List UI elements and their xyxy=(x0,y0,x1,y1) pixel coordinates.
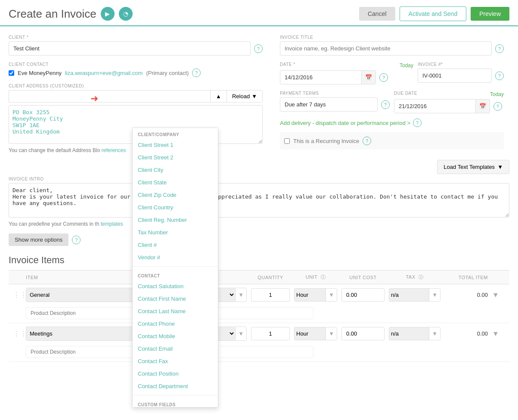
dropdown-item-contact-last-name[interactable]: Contact Last Name xyxy=(133,305,218,317)
contact-email[interactable]: liza.weaspurn+eve@gmail.com xyxy=(65,70,143,76)
recurring-checkbox[interactable] xyxy=(284,138,290,144)
invoice-items-section: Invoice Items ITEM QUANTITY UNIT ⓘ UNIT … xyxy=(9,255,509,362)
dropdown-item-client-street-2[interactable]: Client Street 2 xyxy=(133,151,218,164)
date-input[interactable] xyxy=(280,71,361,84)
preview-button[interactable]: Preview xyxy=(471,7,509,21)
items-table-header: ITEM QUANTITY UNIT ⓘ UNIT COST TAX ⓘ TOT… xyxy=(9,271,509,284)
item-expand-1[interactable]: ▼ xyxy=(492,291,505,299)
dropdown-section-header-contact: CONTACT xyxy=(133,269,218,280)
dropdown-item-contact-salutation[interactable]: Contact Salutation xyxy=(133,280,218,292)
dropdown-item-contact-department[interactable]: Contact Department xyxy=(133,380,218,392)
invoice-title-help-icon[interactable]: ? xyxy=(495,44,504,53)
tax-select-2[interactable]: n/a xyxy=(389,327,429,340)
dropdown-item-vendor-hash[interactable]: Vendor # xyxy=(133,251,218,264)
payment-terms-select[interactable]: Due after 7 days xyxy=(280,97,378,112)
dropdown-item-client-street-1[interactable]: Client Street 1 xyxy=(133,139,218,151)
qty-input-1[interactable] xyxy=(251,288,290,302)
invoice-intro-label: INVOICE INTRO xyxy=(9,177,509,181)
dropdown-item-client-reg[interactable]: Client Reg. Number xyxy=(133,214,218,226)
show-more-help-icon[interactable]: ? xyxy=(72,236,81,244)
invoice-num-help-icon[interactable]: ? xyxy=(495,72,504,80)
date-help-icon[interactable]: ? xyxy=(379,73,388,82)
load-text-templates-button[interactable]: Load Text Templates ▼ xyxy=(437,160,509,174)
dropdown-item-contact-mobile[interactable]: Contact Mobile xyxy=(133,330,218,342)
item-tax-1: n/a ▼ xyxy=(389,288,440,302)
drag-handle-2[interactable]: ⋮⋮ xyxy=(13,330,22,338)
due-date-help-icon[interactable]: ? xyxy=(493,102,502,111)
address-template-input[interactable] xyxy=(9,90,210,103)
dropdown-item-contact-fax[interactable]: Contact Fax xyxy=(133,355,218,367)
item-total-2: 0.00 xyxy=(445,330,488,337)
address-dropdown-button[interactable]: ▲ xyxy=(210,90,226,103)
payment-terms-label: PAYMENT TERMS xyxy=(280,91,390,96)
delivery-help-icon[interactable]: ? xyxy=(413,118,422,127)
item-qty-1 xyxy=(251,288,290,302)
due-date-input[interactable] xyxy=(394,100,475,113)
item-select-arrow-1[interactable]: ▼ xyxy=(235,289,246,301)
dropdown-item-client-state[interactable]: Client State xyxy=(133,176,218,189)
contact-help-icon[interactable]: ? xyxy=(192,68,201,77)
unit-select-arrow-2[interactable]: ▼ xyxy=(326,327,337,340)
recurring-label-text: This is a Recurring Invoice xyxy=(293,138,359,144)
dropdown-item-client-country[interactable]: Client Country xyxy=(133,201,218,214)
address-preferences-link[interactable]: references xyxy=(102,147,126,153)
tax-select-arrow-1[interactable]: ▼ xyxy=(429,289,440,301)
dropdown-item-client-hash[interactable]: Client # xyxy=(133,239,218,251)
qty-input-2[interactable] xyxy=(251,327,290,340)
intro-hint: You can predefine your Comments in th te… xyxy=(9,221,509,227)
dropdown-divider-1 xyxy=(133,266,218,267)
drag-handle-1[interactable]: ⋮⋮ xyxy=(13,291,22,299)
invoice-intro-textarea[interactable]: Dear client, Here is your latest invoice… xyxy=(9,183,509,218)
date-label: DATE * xyxy=(280,62,295,67)
cancel-button[interactable]: Cancel xyxy=(359,7,395,21)
reload-button[interactable]: Reload ▼ xyxy=(226,90,263,103)
dropdown-item-tax-number[interactable]: Tax Number xyxy=(133,226,218,239)
date-today-link[interactable]: Today xyxy=(400,62,413,68)
due-date-input-wrapper: 📅 xyxy=(394,99,490,113)
client-help-icon[interactable]: ? xyxy=(254,44,263,53)
ucost-input-1[interactable] xyxy=(341,288,385,302)
due-calendar-icon[interactable]: 📅 xyxy=(475,100,490,113)
dropdown-item-contact-position[interactable]: Contact Position xyxy=(133,367,218,380)
dropdown-item-contact-first-name[interactable]: Contact First Name xyxy=(133,292,218,305)
client-contact-checkbox[interactable] xyxy=(9,70,14,76)
reload-label: Reload xyxy=(232,93,250,100)
dropdown-item-contact-email[interactable]: Contact Email xyxy=(133,342,218,355)
unit-select-1[interactable]: Hour xyxy=(295,289,326,301)
delivery-link[interactable]: Add delivery - dispatch date or performa… xyxy=(280,118,504,127)
dropdown-item-client-zip[interactable]: Client Zip Code xyxy=(133,189,218,201)
client-label: CLIENT * xyxy=(9,35,263,40)
tax-select-1[interactable]: n/a xyxy=(389,289,429,301)
tax-help-icon[interactable]: ⓘ xyxy=(419,274,424,280)
ucost-input-2[interactable] xyxy=(341,327,385,340)
map-icon[interactable]: ◔ xyxy=(119,7,133,21)
activate-and-send-button[interactable]: Activate and Send xyxy=(400,6,467,21)
unit-help-icon[interactable]: ⓘ xyxy=(321,274,326,280)
dropdown-divider-2 xyxy=(133,395,218,395)
recurring-help-icon[interactable]: ? xyxy=(363,137,371,145)
item-expand-2[interactable]: ▼ xyxy=(492,330,505,338)
calendar-icon[interactable]: 📅 xyxy=(361,71,375,84)
date-invoice-row: DATE * Today 📅 ? INVOICE #* xyxy=(280,62,504,84)
dropdown-item-client-city[interactable]: Client City xyxy=(133,164,218,176)
table-row: ⋮⋮ Meetings ▼ xyxy=(9,323,509,362)
tax-select-arrow-2[interactable]: ▼ xyxy=(429,327,440,340)
invoice-num-input[interactable] xyxy=(418,68,492,83)
client-contact-group: CLIENT CONTACT Eve MoneyPenny liza.weasp… xyxy=(9,62,263,77)
dropdown-arrow-icon: ▲ xyxy=(216,93,221,100)
item-qty-2 xyxy=(251,327,290,340)
dropdown-item-contact-phone[interactable]: Contact Phone xyxy=(133,317,218,330)
right-column: INVOICE TITLE ? DATE * Today xyxy=(280,35,504,153)
due-today-link[interactable]: Today xyxy=(490,91,504,97)
video-icon[interactable]: ▶ xyxy=(101,7,115,21)
payment-terms-help-icon[interactable]: ? xyxy=(381,100,390,109)
header-right: Cancel Activate and Send Preview xyxy=(359,6,509,21)
unit-select-2[interactable]: Hour xyxy=(295,327,326,340)
recurring-section: This is a Recurring Invoice ? xyxy=(280,132,504,149)
invoice-title-input[interactable] xyxy=(280,41,492,56)
unit-select-arrow-1[interactable]: ▼ xyxy=(326,289,337,301)
show-more-button[interactable]: Show more options xyxy=(9,233,68,246)
intro-templates-link[interactable]: templates xyxy=(101,221,123,227)
item-select-arrow-2[interactable]: ▼ xyxy=(235,327,246,340)
client-select[interactable]: Test Client xyxy=(9,41,251,56)
